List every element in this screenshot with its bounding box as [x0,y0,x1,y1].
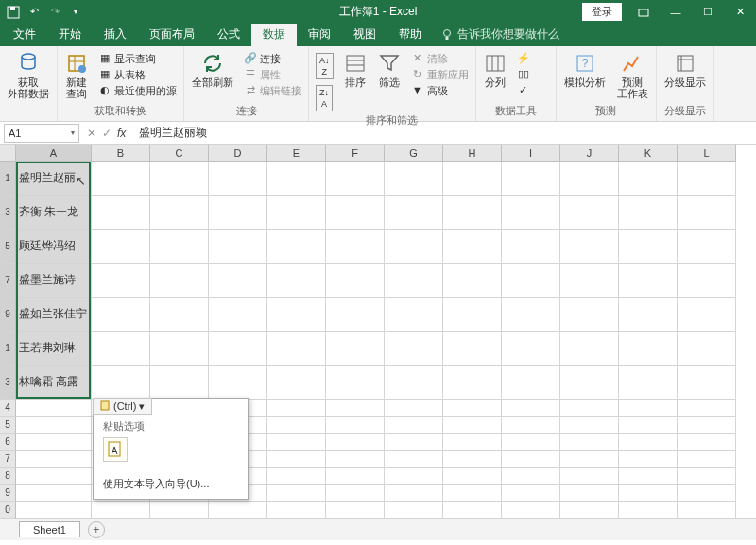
cell[interactable] [443,400,502,417]
cell[interactable] [678,468,736,485]
column-header-E[interactable]: E [267,145,326,162]
cell[interactable] [209,196,267,230]
cell[interactable] [326,366,385,400]
cell[interactable] [209,264,267,298]
cell[interactable] [92,366,150,400]
forecast-sheet-button[interactable]: 预测 工作表 [613,50,652,101]
undo-icon[interactable]: ↶ [26,5,42,20]
cell[interactable]: 盛如兰张佳宁 [16,298,92,332]
cell[interactable] [560,502,619,519]
cell[interactable] [678,298,736,332]
cell[interactable] [443,196,502,230]
column-header-D[interactable]: D [209,145,267,162]
column-header-C[interactable]: C [150,145,209,162]
cell[interactable]: 王若弗刘琳 [16,332,92,366]
clear-button[interactable]: ✕清除 [408,50,472,65]
refresh-all-button[interactable]: 全部刷新 [188,50,237,90]
cell[interactable] [385,230,443,264]
cell[interactable] [267,417,326,434]
cell[interactable] [92,196,150,230]
cell[interactable]: 林噙霜 高露 [16,366,92,400]
redo-icon[interactable]: ↷ [47,5,62,20]
show-queries-button[interactable]: ▦显示查询 [95,50,180,65]
column-header-J[interactable]: J [560,145,619,162]
formula-input[interactable]: 盛明兰赵丽颖 [133,125,756,141]
cell[interactable] [443,451,502,468]
cell[interactable] [560,400,619,417]
cell[interactable] [443,366,502,400]
cell[interactable] [267,400,326,417]
cell[interactable] [267,162,326,196]
tab-insert[interactable]: 插入 [93,23,138,46]
cell[interactable] [502,196,560,230]
flash-fill-button[interactable]: ⚡ [514,50,552,65]
cell[interactable] [385,417,443,434]
cell[interactable] [92,332,150,366]
reapply-button[interactable]: ↻重新应用 [408,66,472,81]
cell[interactable] [326,417,385,434]
tab-data[interactable]: 数据 [251,23,297,46]
cell[interactable] [326,485,385,502]
cell[interactable] [502,434,560,451]
cell[interactable] [560,366,619,400]
cell[interactable] [560,230,619,264]
cell[interactable] [326,468,385,485]
row-header[interactable]: 1 [0,162,16,196]
cell[interactable] [502,451,560,468]
name-box-dropdown-icon[interactable]: ▾ [71,128,75,137]
cell[interactable] [502,298,560,332]
cell[interactable] [560,298,619,332]
row-header[interactable]: 9 [0,485,16,502]
cell[interactable] [443,434,502,451]
maximize-icon[interactable]: ☐ [692,0,724,24]
cell[interactable] [443,417,502,434]
cell[interactable] [385,332,443,366]
cell[interactable]: 齐衡 朱一龙 [16,196,92,230]
cell[interactable] [326,230,385,264]
enter-formula-icon[interactable]: ✓ [102,127,112,140]
cell[interactable] [560,162,619,196]
cell[interactable] [502,485,560,502]
from-table-button[interactable]: ▦从表格 [95,66,180,81]
cell[interactable] [326,502,385,519]
cell[interactable] [267,485,326,502]
cell[interactable] [502,502,560,519]
row-header[interactable]: 7 [0,264,16,298]
text-import-wizard-item[interactable]: 使用文本导入向导(U)... [103,471,238,491]
cell[interactable] [560,196,619,230]
cell[interactable] [443,485,502,502]
cell[interactable] [678,162,736,196]
cell[interactable] [92,502,150,519]
cell[interactable] [209,162,267,196]
save-icon[interactable] [6,5,21,20]
row-header[interactable]: 1 [0,332,16,366]
cell[interactable] [209,502,267,519]
cell[interactable] [502,400,560,417]
outline-button[interactable]: 分级显示 [661,50,710,90]
cell[interactable] [150,230,209,264]
cell[interactable] [619,451,678,468]
cell[interactable] [385,264,443,298]
cell[interactable] [678,451,736,468]
tab-help[interactable]: 帮助 [387,23,433,46]
column-header-I[interactable]: I [502,145,560,162]
cell[interactable] [150,366,209,400]
cell[interactable] [326,400,385,417]
cell[interactable] [678,417,736,434]
cell[interactable] [619,298,678,332]
cell[interactable] [560,485,619,502]
cell[interactable] [326,264,385,298]
cell[interactable] [678,485,736,502]
cell[interactable] [209,230,267,264]
cell[interactable] [209,332,267,366]
cell[interactable] [385,400,443,417]
cell[interactable] [619,400,678,417]
sort-az-button[interactable]: A↓Z [313,50,336,80]
cell[interactable] [443,468,502,485]
cell[interactable] [267,468,326,485]
cell[interactable] [502,162,560,196]
cell[interactable] [385,502,443,519]
column-header-K[interactable]: K [619,145,678,162]
cell[interactable] [443,332,502,366]
cell[interactable] [678,196,736,230]
